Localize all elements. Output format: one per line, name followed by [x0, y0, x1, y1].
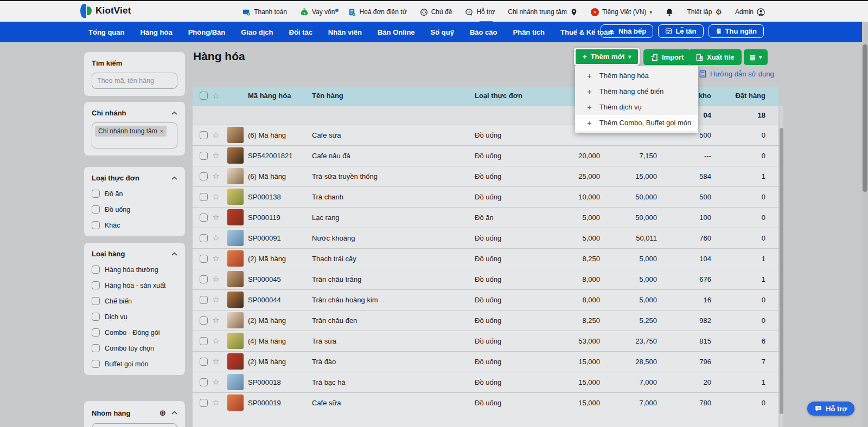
row-checkbox[interactable]	[200, 131, 208, 139]
favorite-star-icon[interactable]: ☆	[209, 207, 223, 228]
table-row[interactable]: ☆ SP000044 Trân châu hoàng kim Đồ uống 8…	[193, 289, 778, 310]
table-scrollbar[interactable]	[780, 106, 783, 427]
table-row[interactable]: ☆ (6) Mã hàng Trà sữa truyền thống Đồ uố…	[193, 166, 778, 186]
checkbox-dich-vu[interactable]: Dịch vụ	[92, 313, 177, 321]
add-new-button[interactable]: + Thêm mới ▾	[574, 48, 640, 66]
favorite-star-icon[interactable]: ☆	[209, 145, 223, 166]
table-row[interactable]: ☆ SP000045 Trân châu trắng Đồ uống 8,000…	[193, 269, 778, 289]
table-row[interactable]: ☆ SP000138 Trà chanh Đồ uống 10,000 50,0…	[193, 186, 778, 207]
nav-tab-phan-tich[interactable]: Phân tích	[513, 28, 545, 36]
nav-tab-tong-quan[interactable]: Tổng quan	[88, 28, 124, 36]
nav-tab-giao-dich[interactable]: Giao dịch	[241, 28, 273, 36]
favorite-star-icon[interactable]: ☆	[209, 248, 223, 269]
kitchen-button[interactable]: Nhà bếp	[601, 24, 653, 38]
table-row[interactable]: ☆ (2) Mã hàng Thạch trái cây Đồ uống 8,2…	[193, 248, 778, 269]
search-input[interactable]	[92, 73, 177, 89]
favorite-star-icon[interactable]: ☆	[209, 310, 223, 331]
nav-tab-doi-tac[interactable]: Đối tác	[289, 28, 312, 36]
table-scrollbar-thumb[interactable]	[780, 128, 783, 414]
import-button[interactable]: Import	[643, 49, 691, 65]
nav-tab-so-quy[interactable]: Sổ quỹ	[431, 28, 454, 36]
select-all-checkbox[interactable]	[200, 92, 208, 100]
star-column-header[interactable]: ☆	[209, 87, 223, 105]
kiotviet-logo[interactable]: KiotViet	[80, 4, 131, 18]
menu-item-them-dich-vu[interactable]: +Thêm dịch vụ	[575, 99, 698, 115]
checkbox-buffet-goi-mon[interactable]: Buffet gọi món	[92, 360, 177, 368]
payment-menu-item[interactable]: Thanh toán	[242, 8, 287, 16]
row-checkbox[interactable]	[200, 378, 208, 386]
notifications-button[interactable]	[665, 8, 674, 17]
cashier-button[interactable]: Thu ngân	[709, 24, 764, 38]
column-settings-button[interactable]: ≣ ▾	[744, 49, 768, 65]
e-invoice-menu-item[interactable]: Hoá đơn điện tử	[348, 8, 406, 16]
favorite-star-icon[interactable]: ☆	[209, 289, 223, 310]
nav-tab-phong-ban[interactable]: Phòng/Bàn	[188, 28, 226, 36]
theme-menu-item[interactable]: Chủ đề	[420, 8, 452, 16]
user-menu[interactable]: Admin	[735, 8, 765, 16]
checkbox-che-bien[interactable]: Chế biến	[92, 297, 177, 305]
menu-item-them-combo-buffet[interactable]: +Thêm Combo, Buffet gọi món	[575, 115, 698, 131]
checkbox-do-an[interactable]: Đồ ăn	[92, 190, 177, 198]
row-checkbox[interactable]	[200, 296, 208, 304]
menu-item-them-hang-che-bien[interactable]: +Thêm hàng chế biến	[575, 83, 698, 99]
row-checkbox[interactable]	[200, 399, 208, 407]
collapse-chevron-icon[interactable]	[171, 252, 177, 256]
checkbox-hang-hoa-san-xuat[interactable]: Hàng hóa - sản xuất	[92, 281, 177, 289]
row-checkbox[interactable]	[200, 255, 208, 263]
menu-item-them-hang-hoa[interactable]: +Thêm hàng hóa	[575, 68, 698, 83]
favorite-star-icon[interactable]: ☆	[209, 372, 223, 392]
page-scrollbar-thumb[interactable]	[863, 44, 867, 192]
favorite-star-icon[interactable]: ☆	[209, 125, 223, 145]
export-file-button[interactable]: Xuất file	[688, 49, 742, 65]
table-row[interactable]: ☆ (2) Mã hàng Trà đào Đồ uống 15,000 28,…	[193, 351, 778, 372]
row-checkbox[interactable]	[200, 316, 208, 325]
nav-tab-bao-cao[interactable]: Báo cáo	[470, 28, 497, 36]
favorite-star-icon[interactable]: ☆	[209, 166, 223, 186]
header-code[interactable]: Mã hàng hóa	[248, 87, 312, 105]
checkbox-combo-dong-goi[interactable]: Combo - Đóng gói	[92, 328, 177, 337]
support-menu-item[interactable]: 𝒟 Hỗ trợ Beta	[465, 8, 495, 16]
row-checkbox[interactable]	[200, 193, 208, 201]
collapse-chevron-icon[interactable]	[171, 411, 177, 415]
row-checkbox[interactable]	[200, 214, 208, 222]
reception-button[interactable]: Lễ tân	[658, 24, 703, 38]
row-checkbox[interactable]	[200, 234, 208, 242]
header-type[interactable]: Loại thực đơn	[475, 87, 559, 105]
checkbox-hang-hoa-thuong[interactable]: Hàng hóa thường	[92, 266, 177, 274]
row-checkbox[interactable]	[200, 275, 208, 283]
favorite-star-icon[interactable]: ☆	[209, 331, 223, 351]
nav-tab-hang-hoa[interactable]: Hàng hóa	[140, 28, 172, 36]
collapse-chevron-icon[interactable]	[171, 111, 177, 115]
branch-select-box[interactable]: Chi nhánh trung tâm×	[92, 122, 177, 148]
branch-selector[interactable]: Chi nhánh trung tâm	[508, 8, 578, 16]
table-row[interactable]: ☆ SP542001821 Cafe nâu đá Đồ uống 20,000…	[193, 145, 778, 166]
table-row[interactable]: ☆ SP000019 Cafe sữa Đồ uống 15,000 7,000…	[193, 392, 778, 413]
row-checkbox[interactable]	[200, 358, 208, 366]
loan-menu-item[interactable]: $ Vay vốn	[300, 8, 335, 16]
favorite-star-icon[interactable]: ☆	[209, 228, 223, 248]
table-row[interactable]: ☆ SP000091 Nước khoáng Đồ uống 5,000 50,…	[193, 228, 778, 248]
favorite-star-icon[interactable]: ☆	[209, 392, 223, 413]
nav-tab-ban-online[interactable]: Bán Online	[378, 28, 415, 36]
row-checkbox[interactable]	[200, 152, 208, 160]
table-row[interactable]: ☆ SP000018 Trà bạc hà Đồ uống 15,000 7,0…	[193, 372, 778, 392]
page-scrollbar[interactable]	[862, 22, 868, 427]
collapse-chevron-icon[interactable]	[171, 176, 177, 180]
row-checkbox[interactable]	[200, 337, 208, 345]
favorite-star-icon[interactable]: ☆	[209, 269, 223, 289]
nav-tab-nhan-vien[interactable]: Nhân viên	[328, 28, 362, 36]
checkbox-khac[interactable]: Khác	[92, 221, 177, 229]
settings-menu-item[interactable]: Thiết lập ⚙	[687, 8, 722, 16]
remove-branch-icon[interactable]: ×	[160, 128, 163, 134]
language-selector[interactable]: ★ Tiếng Việt (VN) ▾	[591, 8, 652, 16]
checkbox-do-uong[interactable]: Đồ uống	[92, 205, 177, 214]
table-row[interactable]: ☆ SP000119 Lạc rang Đồ ăn 5,000 50,000 1…	[193, 207, 778, 228]
favorite-star-icon[interactable]: ☆	[209, 186, 223, 207]
user-guide-link[interactable]: Hướng dẫn sử dụng	[699, 70, 774, 78]
support-floating-button[interactable]: Hỗ trợ	[807, 402, 854, 416]
group-search-input[interactable]	[92, 423, 177, 427]
add-group-icon[interactable]: ⊕	[159, 408, 166, 418]
checkbox-combo-tuy-chon[interactable]: Combo tùy chọn	[92, 344, 177, 352]
header-order[interactable]: Đặt hàng	[724, 87, 778, 105]
table-row[interactable]: ☆ (2) Mã hàng Trân châu đen Đồ uống 8,25…	[193, 310, 778, 331]
